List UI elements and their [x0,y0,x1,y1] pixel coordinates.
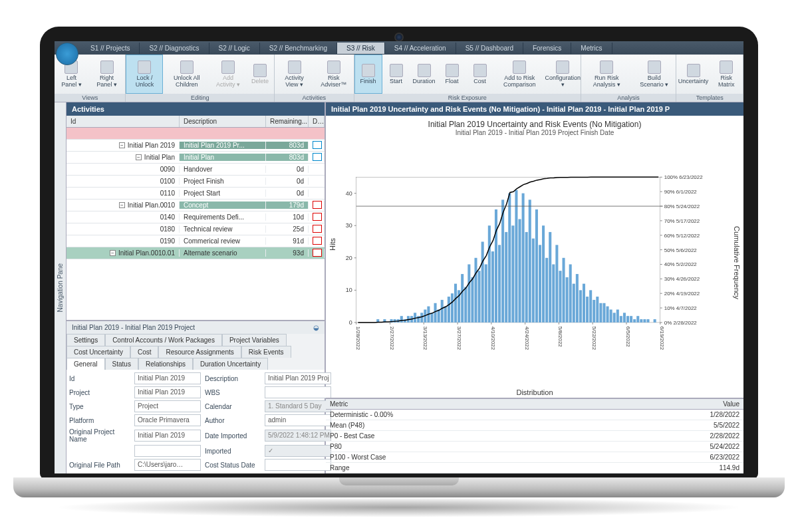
field-value[interactable]: C:\Users\jaro… [134,459,201,471]
module-tab[interactable]: S2 // Benchmarking [260,43,337,54]
ribbon-button[interactable]: Activity View ▾ [275,55,314,94]
metric-row[interactable]: P805/24/2022 [326,442,743,452]
details-tab[interactable]: Relationships [138,358,193,370]
field-value[interactable]: Initial Plan 2019 [134,430,201,442]
risk-indicator-icon [313,237,322,245]
field-label: Project [69,389,130,396]
ribbon-button[interactable]: Risk Adviser™ [314,55,354,94]
field-value[interactable]: ✓ [265,445,331,457]
ribbon-button[interactable]: Add to Risk Comparison [494,55,545,94]
svg-rect-95 [640,319,642,323]
details-tab[interactable]: General [66,358,105,370]
module-tab[interactable]: S3 // Risk [337,43,385,54]
ribbon-button[interactable]: Build Scenario ▾ [632,55,676,94]
metrics-col-metric[interactable]: Metric [326,399,684,409]
ribbon-button[interactable]: Unlock All Children [163,55,210,94]
ribbon-button[interactable]: Right Panel ▾ [88,55,126,94]
metric-row[interactable]: Mean (P48)5/5/2022 [326,420,743,431]
ribbon-button-label: Delete [251,78,269,85]
ribbon-button[interactable]: Float [438,55,466,94]
col-description[interactable]: Description [180,116,266,127]
svg-rect-64 [535,209,538,323]
activity-row[interactable]: −Initial PlanInitial Plan803d [66,152,325,164]
details-tab[interactable]: Project Variables [222,334,287,346]
field-value[interactable]: Project [134,400,201,412]
activity-row[interactable]: 0110Project Start0d [66,188,325,200]
module-tab[interactable]: Metrics [571,43,612,54]
activities-grid[interactable]: −Initial Plan 2019Initial Plan 2019 Pr..… [66,128,325,320]
details-tab[interactable]: Control Accounts / Work Packages [105,334,222,346]
activity-row[interactable]: 0180Technical review25d [66,223,325,235]
module-tab[interactable]: S1 // Projects [81,43,140,54]
module-tab[interactable]: S4 // Acceleration [385,43,456,54]
activity-row[interactable]: 0140Requirements Defi...10d [66,211,325,223]
field-value[interactable]: Oracle Primavera [134,414,201,426]
ribbon-icon [180,61,194,74]
field-value[interactable] [134,445,201,457]
ribbon-button-label: Left Panel ▾ [59,75,84,88]
details-tab[interactable]: Duration Uncertainty [193,358,268,370]
ribbon-button-label: Finish [360,78,376,85]
field-value[interactable]: Initial Plan 2019 [134,372,201,384]
col-indicator[interactable]: D… [309,116,325,127]
svg-rect-92 [630,316,632,323]
svg-rect-48 [481,241,484,322]
col-id[interactable]: Id [66,116,180,127]
tree-toggle-icon[interactable]: − [119,202,125,208]
ribbon-button[interactable]: Start [382,55,410,94]
ribbon-button[interactable]: Risk Matrix [710,55,743,94]
details-tab[interactable]: Cost [130,346,159,358]
activity-row[interactable]: −Initial Plan.0010.01Alternate scenario9… [66,247,325,259]
col-remaining[interactable]: Remaining... [266,116,309,127]
field-value[interactable] [265,386,331,398]
svg-rect-55 [505,232,507,323]
details-tab[interactable]: Status [105,358,138,370]
ribbon-button[interactable]: Run Risk Analysis ▾ [581,55,632,94]
details-tab[interactable]: Cost Uncertainty [66,346,130,358]
ribbon-button-label: Uncertainty [678,78,709,85]
tree-toggle-icon[interactable]: − [136,154,142,160]
metric-row[interactable]: Range114.9d [326,463,743,473]
metric-row[interactable]: P100 - Worst Case6/23/2022 [326,452,743,463]
collapse-icon[interactable]: ◒ [313,324,319,331]
activity-row[interactable]: −Initial Plan 2019Initial Plan 2019 Pr..… [66,140,325,152]
details-tab[interactable]: Risk Events [241,346,291,358]
ribbon-button[interactable]: Configuration ▾ [545,55,581,94]
navigation-pane-collapsed[interactable]: Navigation Pane [55,102,66,473]
module-tab[interactable]: S5 // Dashboard [456,43,523,54]
field-value[interactable]: 5/9/2022 1:48:12 PM [265,430,331,442]
ribbon-button[interactable]: Finish [354,55,382,94]
ribbon-button[interactable]: Uncertainty [676,55,710,94]
ribbon-button[interactable]: Cost [466,55,494,94]
field-value[interactable] [265,459,331,471]
metrics-col-value[interactable]: Value [684,399,743,409]
field-value[interactable]: 1. Standard 5 Day [265,400,331,412]
activity-row[interactable] [66,128,325,140]
svg-rect-60 [522,194,525,323]
details-tab[interactable]: Settings [66,334,105,346]
field-label: Original File Path [69,462,130,469]
details-tab[interactable]: Resource Assignments [158,346,241,358]
chart-panel-title: Initial Plan 2019 Uncertainty and Risk E… [331,105,670,113]
activity-row[interactable]: 0190Commerical review91d [66,235,325,247]
metrics-body: Deterministic - 0.00%1/28/2022Mean (P48)… [326,410,743,473]
metric-row[interactable]: Deterministic - 0.00%1/28/2022 [326,410,743,420]
module-tab[interactable]: Forensics [523,43,571,54]
activity-row[interactable]: 0090Handover0d [66,164,325,176]
metric-row[interactable]: P0 - Best Case2/28/2022 [326,431,743,442]
activity-row[interactable]: 0100Project Finish0d [66,176,325,188]
ribbon-icon [253,64,267,77]
ribbon-button[interactable]: Lock / Unlock [126,55,163,94]
module-tab[interactable]: S2 // Logic [209,43,260,54]
module-tab[interactable]: S2 // Diagnostics [140,43,209,54]
tree-toggle-icon[interactable]: − [119,142,125,148]
ribbon-button-label: Start [390,78,402,85]
svg-text:2/27/2022: 2/27/2022 [389,327,395,350]
field-value[interactable]: admin [265,414,331,426]
field-value[interactable]: Initial Plan 2019 Proj [265,372,331,384]
svg-rect-36 [441,300,444,323]
activity-row[interactable]: −Initial Plan.0010Concept179d [66,200,325,211]
tree-toggle-icon[interactable]: − [110,250,116,256]
field-value[interactable]: Initial Plan 2019 [134,386,201,398]
ribbon-button[interactable]: Duration [410,55,438,94]
